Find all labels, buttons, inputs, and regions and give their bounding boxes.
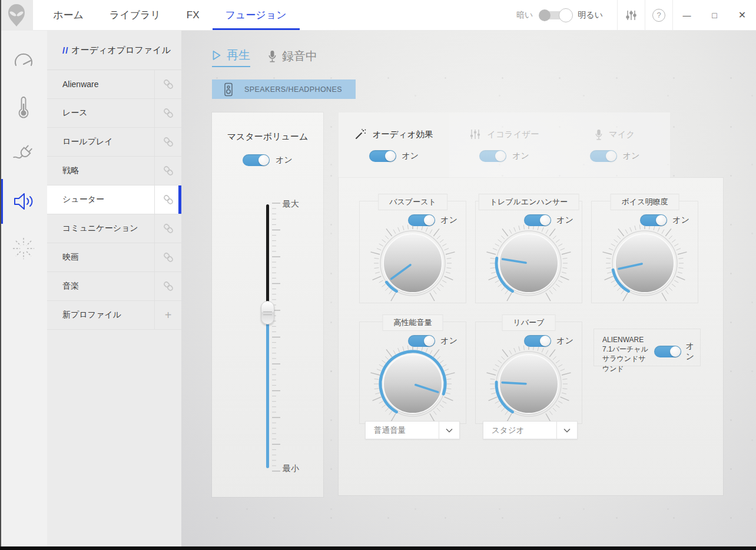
equalizer-toggle-row: オン xyxy=(479,150,529,162)
rail-item-audio[interactable] xyxy=(0,178,47,225)
mixer-settings-button[interactable] xyxy=(617,0,645,30)
link-icon xyxy=(163,280,174,292)
profile-item-新プロファイル[interactable]: 新プロファイル+ xyxy=(47,301,181,330)
reverb-dropdown-button[interactable] xyxy=(556,421,578,439)
volume-slider-track-lower[interactable] xyxy=(266,320,269,468)
profile-item-音楽[interactable]: 音楽 xyxy=(47,272,181,301)
alienware-logo[interactable] xyxy=(0,0,33,30)
nav-fusion[interactable]: フュージョン xyxy=(213,0,300,30)
bass-boost-toggle[interactable] xyxy=(408,214,435,226)
bass-boost-knob[interactable] xyxy=(366,216,460,310)
profile-link-button[interactable] xyxy=(154,99,181,127)
master-volume-toggle[interactable] xyxy=(243,154,270,166)
profile-item-コミュニケーション[interactable]: コミュニケーション xyxy=(47,214,181,243)
profile-link-button[interactable] xyxy=(154,243,181,271)
tab-playback-label: 再生 xyxy=(227,47,250,63)
close-button[interactable]: ✕ xyxy=(728,0,756,30)
titlebar: ホーム ライブラリ FX フュージョン 暗い 明るい xyxy=(0,0,756,31)
reverb-knob[interactable] xyxy=(482,337,576,431)
volume-slider-track-upper[interactable] xyxy=(266,204,269,303)
reverb-dropdown[interactable]: スタジオ xyxy=(483,421,578,439)
performance-volume-label: 高性能音量 xyxy=(383,314,443,331)
treble-enhancer-label: トレブルエンハンサー xyxy=(479,194,579,210)
volume-slider-thumb[interactable] xyxy=(261,301,274,324)
voice-clarity-knob[interactable] xyxy=(598,216,692,310)
power-plug-icon xyxy=(12,143,35,165)
rail-item-power[interactable] xyxy=(0,131,47,178)
rail-item-overview[interactable] xyxy=(0,37,47,84)
gauge-icon xyxy=(12,52,35,68)
add-profile-button[interactable]: + xyxy=(154,301,181,329)
maximize-button[interactable]: □ xyxy=(701,0,728,30)
tab-audio-effects[interactable]: オーディオ効果 オン xyxy=(339,112,449,178)
chevron-down-icon xyxy=(446,428,453,433)
profile-link-button[interactable] xyxy=(154,272,181,300)
tab-equalizer[interactable]: イコライザー オン xyxy=(449,112,560,178)
profile-item-Alienware[interactable]: Alienware xyxy=(47,70,181,99)
tab-playback[interactable]: 再生 xyxy=(212,47,250,67)
tab-recording-label: 録音中 xyxy=(282,48,317,64)
link-icon xyxy=(163,194,174,206)
treble-enhancer-toggle[interactable] xyxy=(524,214,551,226)
content-area: 再生 録音中 SPE xyxy=(181,31,756,546)
performance-volume-toggle[interactable] xyxy=(408,335,435,347)
audio-effects-toggle[interactable] xyxy=(369,150,396,162)
mic-tab-icon xyxy=(595,129,603,140)
nav-home[interactable]: ホーム xyxy=(40,0,97,30)
reverb-dropdown-value: スタジオ xyxy=(483,421,556,439)
profile-item-シューター[interactable]: シューター xyxy=(47,185,181,214)
help-button[interactable]: ? xyxy=(645,0,672,30)
rail-item-overclock[interactable] xyxy=(0,225,47,272)
profile-link-button[interactable] xyxy=(154,214,181,243)
profile-item-label: Alienware xyxy=(47,70,154,98)
slider-min-label: 最小 xyxy=(283,463,299,474)
effect-tabs: オーディオ効果 オン イコライザー xyxy=(339,112,670,178)
equalizer-toggle[interactable] xyxy=(479,150,506,162)
tab-audio-effects-label: オーディオ効果 xyxy=(372,129,433,140)
magic-wand-icon xyxy=(354,128,366,140)
treble-enhancer-knob[interactable] xyxy=(482,216,576,310)
tab-mic-label: マイク xyxy=(609,129,635,140)
link-icon xyxy=(163,78,174,90)
bass-boost-toggle-state: オン xyxy=(440,215,457,226)
overclock-burst-icon xyxy=(12,237,35,260)
virtual-surround-label: ALIENWARE 7.1バーチャルサラウンドサウンド xyxy=(602,335,651,366)
nav-library[interactable]: ライブラリ xyxy=(97,0,174,30)
thermometer-icon xyxy=(17,95,30,119)
treble-enhancer-toggle-row: オン xyxy=(524,214,573,226)
theme-switcher: 暗い 明るい xyxy=(502,0,617,30)
performance-volume-knob[interactable] xyxy=(366,337,460,431)
performance-volume-dropdown[interactable]: 普通音量 xyxy=(365,421,460,439)
profile-item-映画[interactable]: 映画 xyxy=(47,243,181,272)
profile-item-戦略[interactable]: 戦略 xyxy=(47,157,181,185)
reverb-toggle[interactable] xyxy=(524,335,551,347)
profile-item-レース[interactable]: レース xyxy=(47,99,181,128)
virtual-surround-toggle[interactable] xyxy=(654,346,681,357)
tab-mic[interactable]: マイク オン xyxy=(559,112,670,178)
equalizer-toggle-state: オン xyxy=(512,151,529,161)
voice-clarity-toggle[interactable] xyxy=(640,214,667,226)
tab-recording[interactable]: 録音中 xyxy=(268,48,317,67)
bass-boost-group: バスブースト オン xyxy=(359,201,466,303)
rail-item-thermal[interactable] xyxy=(0,84,47,131)
profile-item-label: 音楽 xyxy=(47,272,154,300)
profile-link-button[interactable] xyxy=(154,185,181,214)
reverb-label: リバーブ xyxy=(502,314,556,331)
profile-item-label: レース xyxy=(47,99,154,127)
mic-toggle[interactable] xyxy=(590,150,617,162)
profile-item-label: コミュニケーション xyxy=(47,214,154,243)
speakers-headphones-button[interactable]: SPEAKERS/HEADPHONES xyxy=(212,79,356,99)
bass-boost-toggle-row: オン xyxy=(408,214,457,226)
treble-enhancer-group: トレブルエンハンサー オン xyxy=(475,201,582,303)
volume-slider-ticks xyxy=(272,201,287,475)
performance-volume-dropdown-button[interactable] xyxy=(439,421,460,439)
profile-link-button[interactable] xyxy=(154,157,181,185)
window-controls: — □ ✕ xyxy=(672,0,756,30)
nav-fx[interactable]: FX xyxy=(174,0,213,30)
profile-link-button[interactable] xyxy=(154,70,181,98)
theme-toggle[interactable] xyxy=(540,11,571,19)
theme-toggle-thumb[interactable] xyxy=(559,8,573,22)
minimize-button[interactable]: — xyxy=(673,0,701,30)
profile-item-ロールプレイ[interactable]: ロールプレイ xyxy=(47,128,181,157)
profile-link-button[interactable] xyxy=(154,128,181,156)
